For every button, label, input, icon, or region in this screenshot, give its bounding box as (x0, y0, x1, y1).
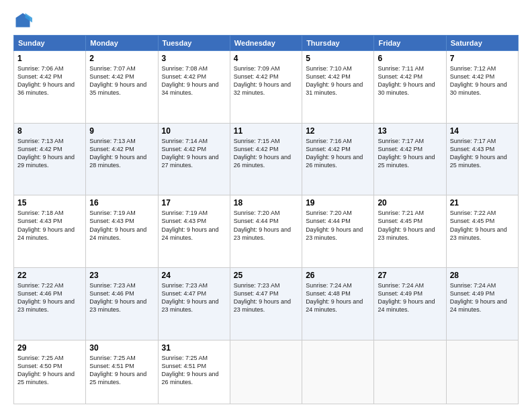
day-info: Sunrise: 7:25 AMSunset: 4:50 PMDaylight:… (17, 355, 75, 385)
day-info: Sunrise: 7:10 AMSunset: 4:42 PMDaylight:… (306, 65, 363, 96)
day-number: 26 (306, 271, 370, 280)
day-info: Sunrise: 7:25 AMSunset: 4:51 PMDaylight:… (89, 355, 146, 385)
calendar-cell: 18 Sunrise: 7:20 AMSunset: 4:44 PMDaylig… (230, 195, 302, 268)
calendar-week-3: 15 Sunrise: 7:18 AMSunset: 4:43 PMDaylig… (14, 195, 519, 268)
day-info: Sunrise: 7:22 AMSunset: 4:45 PMDaylight:… (450, 210, 507, 240)
day-info: Sunrise: 7:17 AMSunset: 4:43 PMDaylight:… (450, 138, 507, 169)
header (13, 11, 519, 30)
day-number: 16 (89, 198, 154, 208)
calendar-cell: 27 Sunrise: 7:24 AMSunset: 4:49 PMDaylig… (374, 267, 446, 340)
day-info: Sunrise: 7:20 AMSunset: 4:44 PMDaylight:… (234, 210, 291, 240)
day-number: 10 (162, 126, 226, 136)
day-info: Sunrise: 7:13 AMSunset: 4:42 PMDaylight:… (17, 138, 75, 169)
day-info: Sunrise: 7:24 AMSunset: 4:48 PMDaylight:… (306, 282, 363, 313)
day-number: 11 (234, 126, 298, 136)
calendar-header-friday: Friday (374, 36, 446, 51)
calendar-cell (302, 340, 374, 404)
calendar-cell: 19 Sunrise: 7:20 AMSunset: 4:44 PMDaylig… (302, 195, 374, 268)
day-number: 7 (450, 54, 515, 63)
day-info: Sunrise: 7:23 AMSunset: 4:47 PMDaylight:… (162, 282, 219, 313)
calendar-header-thursday: Thursday (302, 36, 374, 51)
calendar-header-sunday: Sunday (14, 36, 86, 51)
calendar-cell: 1 Sunrise: 7:06 AMSunset: 4:42 PMDayligh… (14, 51, 86, 124)
calendar-header-tuesday: Tuesday (158, 36, 230, 51)
day-info: Sunrise: 7:24 AMSunset: 4:49 PMDaylight:… (378, 282, 435, 313)
calendar-cell (446, 340, 518, 404)
day-info: Sunrise: 7:19 AMSunset: 4:43 PMDaylight:… (89, 210, 146, 240)
calendar-week-5: 29 Sunrise: 7:25 AMSunset: 4:50 PMDaylig… (14, 340, 519, 404)
calendar-cell: 22 Sunrise: 7:22 AMSunset: 4:46 PMDaylig… (14, 267, 86, 340)
day-info: Sunrise: 7:21 AMSunset: 4:45 PMDaylight:… (378, 210, 435, 240)
day-info: Sunrise: 7:07 AMSunset: 4:42 PMDaylight:… (89, 65, 146, 96)
day-info: Sunrise: 7:09 AMSunset: 4:42 PMDaylight:… (234, 65, 291, 96)
day-info: Sunrise: 7:17 AMSunset: 4:42 PMDaylight:… (378, 138, 435, 169)
calendar-cell: 4 Sunrise: 7:09 AMSunset: 4:42 PMDayligh… (230, 51, 302, 124)
page: SundayMondayTuesdayWednesdayThursdayFrid… (0, 0, 532, 411)
calendar-cell: 8 Sunrise: 7:13 AMSunset: 4:42 PMDayligh… (14, 123, 86, 195)
day-info: Sunrise: 7:08 AMSunset: 4:42 PMDaylight:… (162, 65, 219, 96)
calendar-cell: 10 Sunrise: 7:14 AMSunset: 4:42 PMDaylig… (158, 123, 230, 195)
day-info: Sunrise: 7:14 AMSunset: 4:42 PMDaylight:… (162, 138, 219, 169)
day-number: 9 (89, 126, 154, 136)
calendar-cell: 7 Sunrise: 7:12 AMSunset: 4:42 PMDayligh… (446, 51, 518, 124)
calendar-week-4: 22 Sunrise: 7:22 AMSunset: 4:46 PMDaylig… (14, 267, 519, 340)
calendar-cell: 17 Sunrise: 7:19 AMSunset: 4:43 PMDaylig… (158, 195, 230, 268)
day-number: 29 (17, 343, 82, 353)
calendar-cell: 20 Sunrise: 7:21 AMSunset: 4:45 PMDaylig… (374, 195, 446, 268)
day-number: 3 (162, 54, 226, 63)
day-number: 2 (89, 54, 154, 63)
calendar-cell: 16 Sunrise: 7:19 AMSunset: 4:43 PMDaylig… (86, 195, 158, 268)
day-info: Sunrise: 7:22 AMSunset: 4:46 PMDaylight:… (17, 282, 75, 313)
calendar-header-wednesday: Wednesday (230, 36, 302, 51)
calendar-cell (374, 340, 446, 404)
day-number: 28 (450, 271, 515, 280)
day-number: 17 (162, 198, 226, 208)
day-number: 31 (162, 343, 226, 353)
calendar-cell: 30 Sunrise: 7:25 AMSunset: 4:51 PMDaylig… (86, 340, 158, 404)
calendar-cell: 21 Sunrise: 7:22 AMSunset: 4:45 PMDaylig… (446, 195, 518, 268)
calendar-cell: 24 Sunrise: 7:23 AMSunset: 4:47 PMDaylig… (158, 267, 230, 340)
calendar-cell: 23 Sunrise: 7:23 AMSunset: 4:46 PMDaylig… (86, 267, 158, 340)
day-number: 21 (450, 198, 515, 208)
day-info: Sunrise: 7:18 AMSunset: 4:43 PMDaylight:… (17, 210, 75, 240)
calendar-cell: 5 Sunrise: 7:10 AMSunset: 4:42 PMDayligh… (302, 51, 374, 124)
calendar-cell: 13 Sunrise: 7:17 AMSunset: 4:42 PMDaylig… (374, 123, 446, 195)
day-number: 19 (306, 198, 370, 208)
day-number: 27 (378, 271, 442, 280)
calendar-cell: 31 Sunrise: 7:25 AMSunset: 4:51 PMDaylig… (158, 340, 230, 404)
calendar-header-monday: Monday (86, 36, 158, 51)
day-number: 12 (306, 126, 370, 136)
day-number: 30 (89, 343, 154, 353)
day-info: Sunrise: 7:24 AMSunset: 4:49 PMDaylight:… (450, 282, 507, 313)
calendar-cell: 28 Sunrise: 7:24 AMSunset: 4:49 PMDaylig… (446, 267, 518, 340)
calendar-cell: 15 Sunrise: 7:18 AMSunset: 4:43 PMDaylig… (14, 195, 86, 268)
calendar-cell: 11 Sunrise: 7:15 AMSunset: 4:42 PMDaylig… (230, 123, 302, 195)
day-info: Sunrise: 7:20 AMSunset: 4:44 PMDaylight:… (306, 210, 363, 240)
calendar-body: 1 Sunrise: 7:06 AMSunset: 4:42 PMDayligh… (14, 51, 519, 404)
calendar-cell: 2 Sunrise: 7:07 AMSunset: 4:42 PMDayligh… (86, 51, 158, 124)
calendar-cell: 14 Sunrise: 7:17 AMSunset: 4:43 PMDaylig… (446, 123, 518, 195)
calendar-cell: 26 Sunrise: 7:24 AMSunset: 4:48 PMDaylig… (302, 267, 374, 340)
calendar-cell (230, 340, 302, 404)
day-number: 15 (17, 198, 82, 208)
day-number: 18 (234, 198, 298, 208)
calendar-cell: 25 Sunrise: 7:23 AMSunset: 4:47 PMDaylig… (230, 267, 302, 340)
calendar-cell: 12 Sunrise: 7:16 AMSunset: 4:42 PMDaylig… (302, 123, 374, 195)
calendar-week-1: 1 Sunrise: 7:06 AMSunset: 4:42 PMDayligh… (14, 51, 519, 124)
day-number: 20 (378, 198, 442, 208)
calendar-table: SundayMondayTuesdayWednesdayThursdayFrid… (13, 35, 519, 404)
day-number: 1 (17, 54, 82, 63)
day-info: Sunrise: 7:13 AMSunset: 4:42 PMDaylight:… (89, 138, 146, 169)
calendar-header-saturday: Saturday (446, 36, 518, 51)
calendar-cell: 9 Sunrise: 7:13 AMSunset: 4:42 PMDayligh… (86, 123, 158, 195)
day-info: Sunrise: 7:25 AMSunset: 4:51 PMDaylight:… (162, 355, 219, 385)
day-info: Sunrise: 7:15 AMSunset: 4:42 PMDaylight:… (234, 138, 291, 169)
day-number: 13 (378, 126, 442, 136)
day-number: 22 (17, 271, 82, 280)
calendar-week-2: 8 Sunrise: 7:13 AMSunset: 4:42 PMDayligh… (14, 123, 519, 195)
day-info: Sunrise: 7:16 AMSunset: 4:42 PMDaylight:… (306, 138, 363, 169)
day-info: Sunrise: 7:11 AMSunset: 4:42 PMDaylight:… (378, 65, 435, 96)
day-info: Sunrise: 7:23 AMSunset: 4:46 PMDaylight:… (89, 282, 146, 313)
calendar-header-row: SundayMondayTuesdayWednesdayThursdayFrid… (14, 36, 519, 51)
day-number: 25 (234, 271, 298, 280)
